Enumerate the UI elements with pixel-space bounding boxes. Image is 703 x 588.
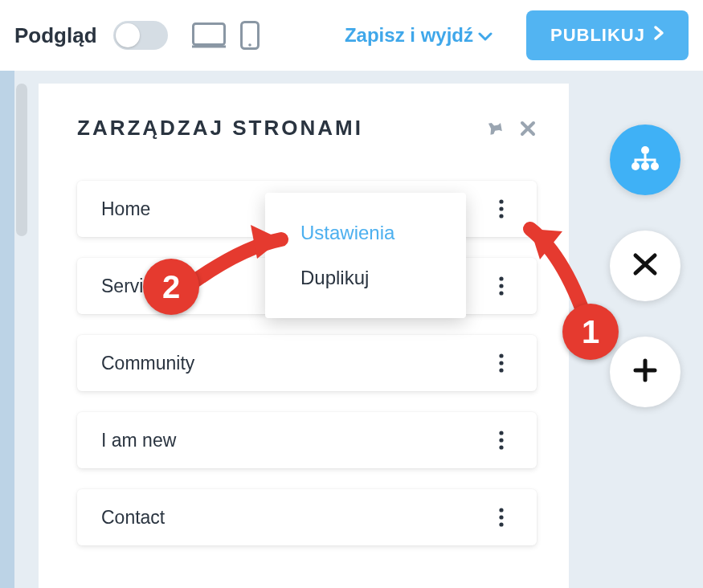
- svg-point-11: [499, 361, 503, 365]
- panel-header: ZARZĄDZAJ STRONAMI: [77, 116, 537, 141]
- toggle-knob: [116, 23, 140, 47]
- svg-point-14: [499, 438, 503, 442]
- scroll-thumb[interactable]: [16, 84, 27, 236]
- svg-point-6: [499, 214, 503, 218]
- save-exit-link[interactable]: Zapisz i wyjdź: [345, 24, 493, 47]
- save-exit-label: Zapisz i wyjdź: [345, 24, 473, 47]
- close-editor-button[interactable]: [610, 231, 681, 301]
- top-bar: Podgląd Zapisz i wyjdź PUBLIKUJ: [0, 0, 703, 71]
- chevron-right-icon: [653, 25, 664, 46]
- page-item-options[interactable]: [490, 267, 513, 304]
- close-icon[interactable]: [519, 120, 537, 137]
- page-item-contact[interactable]: Contact: [77, 489, 537, 545]
- svg-point-20: [631, 162, 640, 170]
- panel-title: ZARZĄDZAJ STRONAMI: [77, 116, 363, 141]
- page-item-label: Contact: [101, 507, 165, 529]
- svg-point-9: [499, 291, 503, 295]
- publish-label: PUBLIKUJ: [550, 25, 645, 46]
- preview-toggle[interactable]: [113, 21, 168, 50]
- svg-point-16: [499, 508, 503, 512]
- page-item-label: I am new: [101, 430, 176, 451]
- menu-item-duplicate[interactable]: Duplikuj: [265, 255, 466, 300]
- svg-point-4: [499, 199, 503, 203]
- svg-point-13: [499, 431, 503, 435]
- publish-button[interactable]: PUBLIKUJ: [526, 10, 689, 60]
- plus-icon: [631, 357, 659, 387]
- manage-pages-panel: ZARZĄDZAJ STRONAMI Home Services Communi…: [39, 84, 569, 588]
- add-button[interactable]: [610, 337, 681, 407]
- panel-header-icons: [487, 120, 537, 137]
- page-item-options[interactable]: [490, 345, 513, 382]
- svg-point-7: [499, 276, 503, 280]
- left-edge: [0, 71, 14, 588]
- page-item-iamnew[interactable]: I am new: [77, 412, 537, 468]
- svg-point-5: [499, 206, 503, 210]
- svg-point-19: [641, 146, 649, 154]
- page-item-options[interactable]: [490, 499, 513, 536]
- sitemap-button[interactable]: [610, 125, 681, 195]
- preview-label: Podgląd: [14, 23, 97, 48]
- page-item-community[interactable]: Community: [77, 335, 537, 391]
- page-item-label: Services: [101, 276, 172, 297]
- pin-icon[interactable]: [487, 120, 505, 137]
- svg-point-8: [499, 284, 503, 288]
- device-icons: [192, 21, 260, 50]
- x-icon: [631, 251, 659, 281]
- page-context-menu: Ustawienia Duplikuj: [265, 193, 466, 318]
- sitemap-icon: [629, 144, 661, 176]
- right-rail: [610, 125, 681, 407]
- svg-point-22: [651, 162, 659, 170]
- chevron-down-icon: [478, 24, 493, 47]
- page-item-options[interactable]: [490, 422, 513, 459]
- svg-point-10: [499, 353, 503, 357]
- svg-point-18: [499, 522, 503, 526]
- menu-item-settings[interactable]: Ustawienia: [265, 210, 466, 255]
- page-item-label: Community: [101, 353, 194, 374]
- svg-rect-0: [193, 24, 224, 45]
- svg-point-12: [499, 368, 503, 372]
- page-item-options[interactable]: [490, 190, 513, 227]
- svg-point-15: [499, 445, 503, 449]
- svg-point-17: [499, 515, 503, 519]
- mobile-icon[interactable]: [240, 21, 260, 50]
- desktop-icon[interactable]: [192, 22, 226, 48]
- page-item-label: Home: [101, 198, 150, 220]
- svg-point-21: [641, 162, 649, 170]
- svg-point-3: [248, 43, 251, 47]
